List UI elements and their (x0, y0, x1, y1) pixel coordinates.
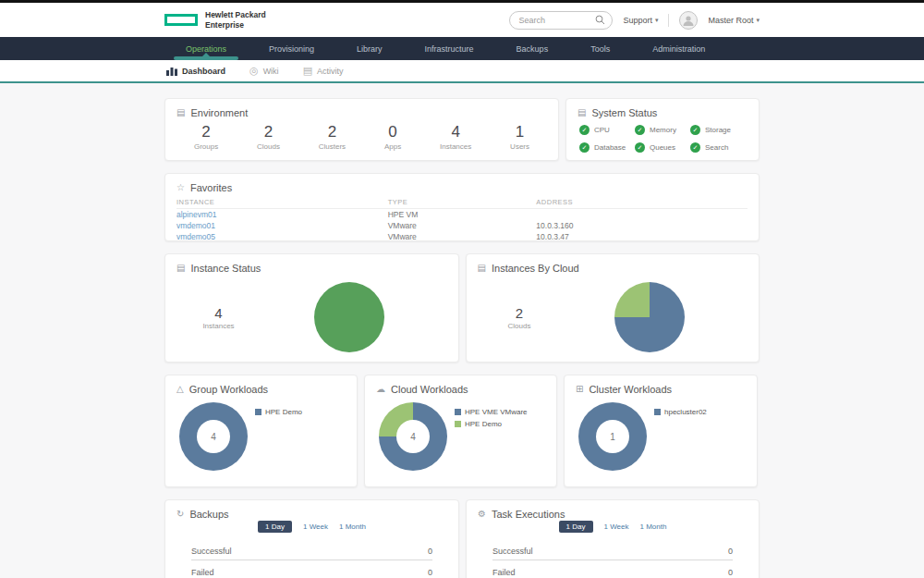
support-menu[interactable]: Support ▾ (623, 16, 658, 25)
stat-apps[interactable]: 0 Apps (384, 123, 401, 151)
filter-1-month[interactable]: 1 Month (339, 523, 366, 531)
instance-status-card: ▤ Instance Status 4 Instances (164, 253, 459, 363)
search-input[interactable] (517, 15, 595, 26)
donut-center-value: 4 (396, 420, 430, 453)
check-circle-icon: ✓ (635, 125, 645, 135)
stat-label: Clusters (319, 142, 346, 151)
tasks-time-filter: 1 Day 1 Week 1 Month (467, 521, 759, 533)
metric-label: Successful (191, 547, 232, 556)
user-menu[interactable]: Master Root ▾ (708, 16, 760, 25)
stat-value: 2 (319, 123, 346, 141)
status-label: Database (594, 143, 626, 152)
instance-address: 10.0.3.47 (536, 232, 748, 241)
instances-by-cloud-pie-chart[interactable] (614, 282, 685, 352)
table-row[interactable]: alpinevm01 HPE VM (176, 209, 748, 220)
table-row[interactable]: vmdemo01 VMware 10.0.3.160 (176, 220, 748, 231)
stack-icon: ▤ (176, 108, 185, 117)
stat-value: 2 (194, 123, 218, 141)
chart-legend: HPE Demo (255, 408, 302, 471)
metric-value: 0 (728, 568, 733, 577)
nav-item-infrastructure[interactable]: Infrastructure (404, 37, 495, 60)
card-title-text: Instances By Cloud (492, 263, 579, 274)
stack-icon: ▤ (176, 264, 185, 273)
stat-label: Apps (384, 142, 401, 151)
card-title-text: Backups (189, 509, 228, 520)
status-label: CPU (594, 126, 610, 134)
backups-card: ↻ Backups 1 Day 1 Week 1 Month Successfu… (164, 499, 459, 578)
nav-item-provisioning[interactable]: Provisioning (248, 37, 335, 60)
group-workloads-donut-chart[interactable]: 4 (179, 402, 248, 471)
search-icon (595, 15, 605, 25)
instance-link[interactable]: vmdemo05 (176, 232, 388, 241)
nav-item-library[interactable]: Library (335, 37, 404, 60)
subnav-label: Wiki (263, 67, 279, 76)
stat-value: 4 (440, 123, 471, 141)
hpe-logo-mark (164, 14, 198, 26)
cloud-workloads-donut-chart[interactable]: 4 (379, 402, 447, 471)
instances-total: 4 Instances (165, 305, 272, 330)
instance-status-pie-chart[interactable] (314, 282, 384, 352)
chart-legend: HPE VME VMware HPE Demo (455, 408, 528, 471)
instance-address: 10.0.3.160 (536, 221, 748, 230)
stat-users[interactable]: 1 Users (510, 123, 529, 151)
card-title-text: Instance Status (190, 263, 261, 274)
filter-1-day[interactable]: 1 Day (258, 521, 292, 533)
legend-label: HPE VME VMware (465, 408, 528, 416)
instance-link[interactable]: alpinevm01 (176, 210, 388, 219)
bar-chart-icon (166, 67, 177, 76)
stat-groups[interactable]: 2 Groups (194, 123, 218, 151)
nav-item-backups[interactable]: Backups (495, 37, 570, 60)
nav-item-operations[interactable]: Operations (164, 37, 248, 60)
avatar[interactable] (679, 11, 698, 30)
stat-label: Users (510, 142, 529, 151)
filter-1-day[interactable]: 1 Day (559, 521, 593, 533)
status-search: ✓ Search (690, 142, 746, 153)
star-icon: ☆ (176, 183, 185, 192)
status-storage: ✓ Storage (690, 125, 746, 135)
stat-clusters[interactable]: 2 Clusters (319, 123, 346, 151)
nav-item-administration[interactable]: Administration (631, 37, 726, 60)
status-label: Storage (705, 126, 731, 134)
metric-label: Successful (492, 547, 533, 556)
subnav-label: Activity (317, 67, 344, 76)
filter-1-week[interactable]: 1 Week (303, 523, 328, 531)
cluster-workloads-donut-chart[interactable]: 1 (578, 402, 647, 471)
stat-instances[interactable]: 4 Instances (440, 123, 471, 151)
stat-clouds[interactable]: 2 Clouds (257, 123, 280, 151)
metric-row-successful: Successful 0 (492, 539, 733, 560)
user-name: Master Root (708, 16, 753, 25)
system-status-card: ▤ System Status ✓ CPU ✓ Memory ✓ Storage… (565, 98, 760, 161)
clouds-total: 2 Clouds (467, 305, 573, 330)
hpe-logo[interactable]: Hewlett Packard Enterprise (164, 10, 266, 29)
main-nav: Operations Provisioning Library Infrastr… (0, 37, 924, 60)
backups-time-filter: 1 Day 1 Week 1 Month (165, 521, 458, 533)
status-database: ✓ Database (579, 142, 635, 153)
chart-legend: hpecluster02 (654, 408, 707, 471)
hpe-logo-text: Hewlett Packard Enterprise (205, 10, 266, 29)
card-title-text: Environment (190, 107, 248, 118)
check-circle-icon: ✓ (690, 125, 700, 135)
table-row[interactable]: vmdemo05 VMware 10.0.3.47 (176, 231, 748, 242)
subnav-item-activity[interactable]: ▤ Activity (303, 66, 344, 76)
metric-row-failed: Failed 0 (191, 560, 432, 578)
subnav-item-wiki[interactable]: ◎ Wiki (249, 66, 279, 76)
nav-item-tools[interactable]: Tools (569, 37, 631, 60)
legend-label: hpecluster02 (664, 408, 707, 416)
card-title-text: Task Executions (492, 509, 565, 520)
filter-1-week[interactable]: 1 Week (604, 523, 629, 531)
app-header: Hewlett Packard Enterprise Support ▾ Mas… (0, 3, 924, 37)
filter-1-month[interactable]: 1 Month (639, 523, 666, 531)
search-box[interactable] (509, 11, 613, 30)
card-title-text: Favorites (190, 182, 232, 193)
support-label: Support (623, 16, 652, 25)
subnav-item-dashboard[interactable]: Dashboard (166, 67, 225, 76)
user-icon (682, 14, 695, 27)
card-title-text: Cluster Workloads (589, 384, 672, 395)
stat-label: Instances (165, 322, 272, 330)
legend-swatch (455, 421, 461, 427)
metric-value: 0 (428, 568, 432, 577)
instance-link[interactable]: vmdemo01 (176, 221, 388, 230)
status-memory: ✓ Memory (635, 125, 690, 135)
dashboard-content: ▤ Environment 2 Groups 2 Clouds 2 Cluste… (0, 83, 924, 578)
stat-label: Groups (194, 142, 218, 151)
